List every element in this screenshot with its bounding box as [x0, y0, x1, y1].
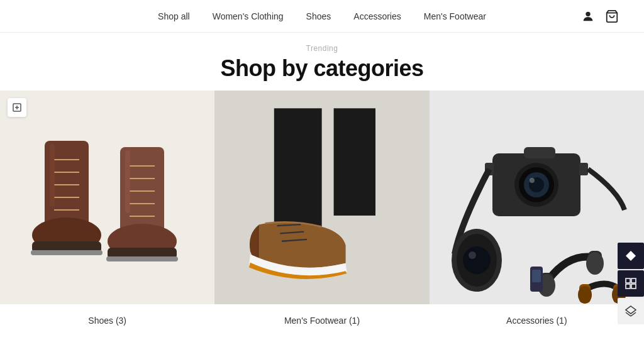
overlay-plugin-icons	[618, 243, 644, 324]
svg-point-0	[586, 11, 590, 16]
svg-rect-38	[579, 163, 588, 175]
nav-icon-group	[581, 9, 619, 23]
svg-rect-25	[274, 108, 322, 228]
boots-illustration	[1, 116, 214, 304]
plugin-button-1[interactable]	[618, 243, 644, 269]
svg-rect-14	[31, 250, 103, 255]
accessories-illustration	[442, 128, 631, 304]
svg-rect-36	[524, 147, 555, 158]
trending-label: Trending	[0, 44, 644, 53]
layers-icon	[625, 305, 636, 317]
nav-womens-clothing[interactable]: Women's Clothing	[213, 11, 284, 21]
svg-rect-13	[50, 144, 55, 207]
svg-point-42	[469, 251, 476, 259]
diamond-icon	[625, 250, 636, 261]
svg-marker-58	[626, 306, 636, 314]
category-card-mens-footwear[interactable]: Men's Footwear (1)	[214, 91, 429, 336]
navigation: Shop all Women's Clothing Shoes Accessor…	[0, 0, 644, 33]
category-card-shoes[interactable]: Shoes (3)	[0, 91, 214, 336]
nav-links: Shop all Women's Clothing Shoes Accessor…	[158, 11, 486, 21]
svg-rect-26	[334, 108, 375, 216]
svg-point-41	[463, 246, 491, 274]
accessories-label: Accessories (1)	[430, 304, 644, 336]
category-card-accessories[interactable]: Accessories (1)	[430, 91, 644, 336]
svg-marker-53	[626, 251, 636, 261]
mens-footwear-label: Men's Footwear (1)	[214, 304, 429, 336]
nav-shoes[interactable]: Shoes	[306, 11, 331, 21]
user-icon	[581, 9, 595, 23]
user-icon-button[interactable]	[581, 9, 595, 23]
hero-section: Trending Shop by categories	[0, 33, 644, 91]
accessories-image	[430, 91, 644, 304]
svg-rect-23	[125, 150, 130, 213]
shoes-label: Shoes (3)	[0, 304, 214, 336]
nav-shop-all[interactable]: Shop all	[158, 11, 190, 21]
svg-rect-56	[626, 284, 630, 289]
svg-rect-57	[631, 284, 636, 289]
cart-icon	[605, 9, 619, 23]
svg-point-35	[530, 178, 535, 183]
svg-rect-48	[532, 270, 541, 282]
page-title: Shop by categories	[0, 55, 644, 82]
svg-rect-54	[626, 278, 630, 283]
bookmark-icon[interactable]	[8, 98, 26, 117]
plugin-button-2[interactable]	[618, 270, 644, 297]
svg-rect-55	[631, 278, 636, 283]
svg-point-46	[586, 252, 604, 275]
sneaker-illustration	[214, 103, 429, 304]
nav-mens-footwear[interactable]: Men's Footwear	[424, 11, 486, 21]
nav-accessories[interactable]: Accessories	[353, 11, 401, 21]
shoes-image	[0, 91, 214, 304]
svg-point-51	[578, 286, 592, 304]
grid-icon	[625, 278, 636, 289]
plugin-button-3[interactable]	[618, 298, 644, 324]
categories-grid: Shoes (3)	[0, 91, 644, 336]
mens-footwear-image	[214, 91, 429, 304]
cart-icon-button[interactable]	[605, 9, 619, 23]
svg-rect-24	[106, 256, 178, 261]
